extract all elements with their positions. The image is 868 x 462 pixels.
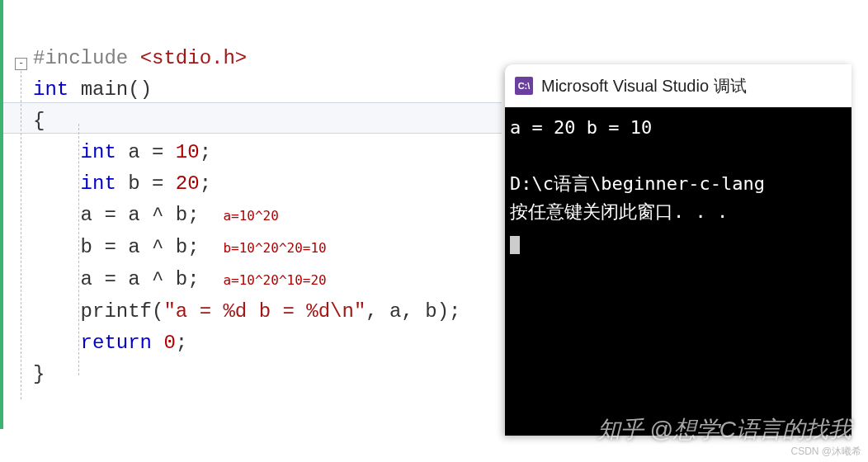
vs-icon: C:\ [515, 77, 533, 95]
xor-line-2: b = a ^ b; [81, 236, 200, 258]
paren-open: ( [152, 300, 163, 323]
var-a-decl: a = [116, 141, 176, 163]
console-output[interactable]: a = 20 b = 10 D:\c语言\beginner-c-lang 按任意… [505, 107, 851, 436]
watermark-csdn: CSDN @沐曦希 [790, 445, 861, 459]
printf-call: printf [81, 300, 152, 323]
brace-close: } [33, 363, 45, 385]
fold-guide-line [21, 71, 21, 399]
header-name: <stdio.h> [140, 47, 248, 69]
output-line-3: D:\c语言\beginner-c-lang [510, 173, 765, 194]
output-line-4: 按任意键关闭此窗口. . . [510, 201, 728, 222]
semicolon: ; [176, 332, 187, 354]
keyword-int: int [81, 172, 116, 195]
literal-20: 20 [176, 172, 200, 195]
literal-0: 0 [152, 332, 176, 354]
console-window[interactable]: C:\ Microsoft Visual Studio 调试 a = 20 b … [505, 64, 851, 436]
format-string: "a = %d b = %d\n" [163, 300, 366, 323]
annotation-3: a=10^20^10=20 [223, 272, 326, 288]
code-editor[interactable]: - #include <stdio.h> int main() { int a … [0, 0, 512, 429]
var-b-decl: b = [116, 172, 176, 195]
brace-open: { [33, 110, 45, 132]
semicolon: ; [200, 172, 211, 195]
output-line-1: a = 20 b = 10 [510, 117, 652, 138]
keyword-int: int [33, 78, 68, 101]
keyword-return: return [81, 332, 152, 354]
code-area[interactable]: #include <stdio.h> int main() { int a = … [33, 0, 461, 429]
fold-toggle[interactable]: - [15, 58, 27, 70]
xor-line-1: a = a ^ b; [81, 204, 200, 226]
editor-gutter: - [0, 0, 33, 429]
semicolon: ; [200, 141, 211, 163]
indent-guide [78, 124, 79, 375]
function-main: main [81, 78, 129, 101]
console-titlebar[interactable]: C:\ Microsoft Visual Studio 调试 [505, 64, 851, 107]
annotation-1: a=10^20 [223, 208, 278, 224]
xor-line-3: a = a ^ b; [81, 268, 200, 290]
literal-10: 10 [176, 141, 200, 163]
preprocessor: #include [33, 47, 128, 69]
annotation-2: b=10^20^20=10 [223, 240, 326, 256]
keyword-int: int [81, 141, 116, 163]
console-title: Microsoft Visual Studio 调试 [541, 75, 747, 97]
paren-pair: () [128, 78, 152, 101]
console-cursor [510, 236, 520, 254]
printf-args: , a, b); [366, 300, 460, 323]
